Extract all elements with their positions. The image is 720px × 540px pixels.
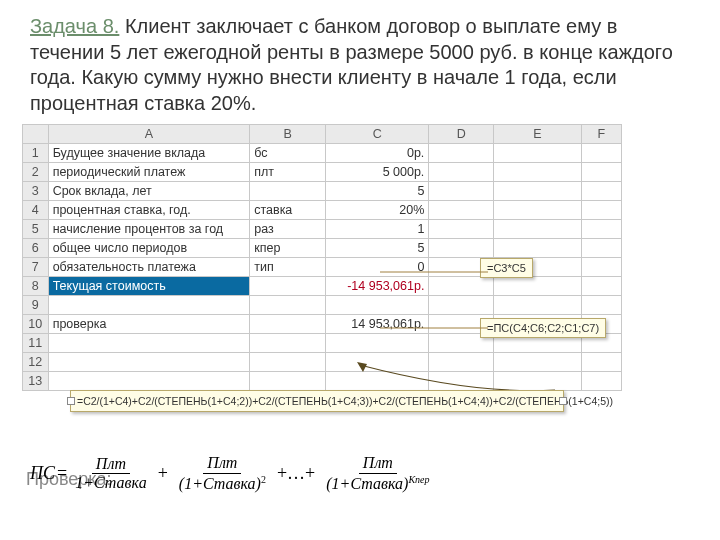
col-header-e[interactable]: E <box>494 125 581 144</box>
cell[interactable] <box>494 239 581 258</box>
cell[interactable] <box>581 277 621 296</box>
cell[interactable]: проверка <box>48 315 250 334</box>
select-all-corner[interactable] <box>23 125 49 144</box>
row-header[interactable]: 1 <box>23 144 49 163</box>
cell[interactable] <box>429 353 494 372</box>
col-header-f[interactable]: F <box>581 125 621 144</box>
cell[interactable]: раз <box>250 220 326 239</box>
row-header[interactable]: 7 <box>23 258 49 277</box>
cell[interactable] <box>494 296 581 315</box>
row-header[interactable]: 3 <box>23 182 49 201</box>
equation: ПС = Плт 1+Ставка + Плт (1+Ставка)2 +…+ … <box>30 455 680 493</box>
cell[interactable] <box>250 277 326 296</box>
cell[interactable] <box>250 296 326 315</box>
cell[interactable]: периодический платеж <box>48 163 250 182</box>
cell[interactable]: Текущая стоимость <box>48 277 250 296</box>
problem-title: Задача 8. <box>30 15 119 37</box>
eqn-frac-2: Плт (1+Ставка)2 <box>175 455 270 493</box>
cell[interactable]: 5 <box>326 239 429 258</box>
eqn-dots: +…+ <box>277 463 315 484</box>
row-header[interactable]: 10 <box>23 315 49 334</box>
cell[interactable] <box>581 258 621 277</box>
col-header-a[interactable]: A <box>48 125 250 144</box>
eqn-lhs: ПС <box>30 463 55 484</box>
cell[interactable] <box>581 163 621 182</box>
cell[interactable] <box>494 144 581 163</box>
cell[interactable]: Срок вклада, лет <box>48 182 250 201</box>
cell[interactable]: 0р. <box>326 144 429 163</box>
table-row: 8Текущая стоимость-14 953,061р. <box>23 277 622 296</box>
cell[interactable] <box>494 220 581 239</box>
cell[interactable]: начисление процентов за год <box>48 220 250 239</box>
cell[interactable]: кпер <box>250 239 326 258</box>
cell[interactable]: обязательность платежа <box>48 258 250 277</box>
cell[interactable] <box>494 353 581 372</box>
cell[interactable] <box>326 334 429 353</box>
cell[interactable] <box>494 201 581 220</box>
cell[interactable] <box>581 182 621 201</box>
cell[interactable] <box>429 296 494 315</box>
cell[interactable]: 1 <box>326 220 429 239</box>
row-header[interactable]: 12 <box>23 353 49 372</box>
cell[interactable] <box>250 182 326 201</box>
cell[interactable] <box>48 372 250 391</box>
row-header[interactable]: 6 <box>23 239 49 258</box>
cell[interactable] <box>494 372 581 391</box>
cell[interactable]: -14 953,061р. <box>326 277 429 296</box>
cell[interactable] <box>581 372 621 391</box>
cell[interactable]: 5 000р. <box>326 163 429 182</box>
cell[interactable]: процентная ставка, год. <box>48 201 250 220</box>
cell[interactable] <box>429 372 494 391</box>
problem-statement: Задача 8. Клиент заключает с банком дого… <box>0 0 720 122</box>
cell[interactable] <box>429 201 494 220</box>
cell[interactable] <box>494 163 581 182</box>
cell[interactable] <box>250 315 326 334</box>
cell[interactable]: Будущее значение вклада <box>48 144 250 163</box>
cell[interactable]: 0 <box>326 258 429 277</box>
cell[interactable]: бс <box>250 144 326 163</box>
cell[interactable] <box>581 220 621 239</box>
cell[interactable]: общее число периодов <box>48 239 250 258</box>
cell[interactable] <box>48 334 250 353</box>
cell[interactable] <box>429 163 494 182</box>
cell[interactable]: 20% <box>326 201 429 220</box>
cell[interactable] <box>581 201 621 220</box>
cell[interactable] <box>48 353 250 372</box>
col-header-c[interactable]: C <box>326 125 429 144</box>
cell[interactable] <box>429 239 494 258</box>
cell[interactable] <box>48 296 250 315</box>
cell[interactable]: тип <box>250 258 326 277</box>
cell[interactable] <box>250 372 326 391</box>
row-header[interactable]: 5 <box>23 220 49 239</box>
cell[interactable] <box>429 144 494 163</box>
eqn-frac-k: Плт (1+Ставка)Кпер <box>322 455 433 493</box>
cell[interactable] <box>581 144 621 163</box>
cell[interactable] <box>494 182 581 201</box>
cell[interactable] <box>250 353 326 372</box>
cell[interactable] <box>581 353 621 372</box>
col-header-d[interactable]: D <box>429 125 494 144</box>
cell[interactable]: 5 <box>326 182 429 201</box>
col-header-b[interactable]: B <box>250 125 326 144</box>
cell[interactable] <box>429 277 494 296</box>
cell[interactable] <box>326 372 429 391</box>
cell[interactable] <box>429 220 494 239</box>
cell[interactable]: плт <box>250 163 326 182</box>
row-header[interactable]: 9 <box>23 296 49 315</box>
cell[interactable]: 14 953,061р. <box>326 315 429 334</box>
row-header[interactable]: 11 <box>23 334 49 353</box>
cell[interactable] <box>429 182 494 201</box>
cell[interactable] <box>326 296 429 315</box>
cell[interactable] <box>250 334 326 353</box>
cell[interactable] <box>326 353 429 372</box>
cell[interactable] <box>581 296 621 315</box>
cell[interactable] <box>581 239 621 258</box>
cell[interactable]: ставка <box>250 201 326 220</box>
row-header[interactable]: 8 <box>23 277 49 296</box>
row-header[interactable]: 13 <box>23 372 49 391</box>
row-header[interactable]: 2 <box>23 163 49 182</box>
cell[interactable] <box>494 277 581 296</box>
row-header[interactable]: 4 <box>23 201 49 220</box>
problem-body: Клиент заключает с банком договор о выпл… <box>30 15 673 114</box>
table-row: 4процентная ставка, год.ставка20% <box>23 201 622 220</box>
